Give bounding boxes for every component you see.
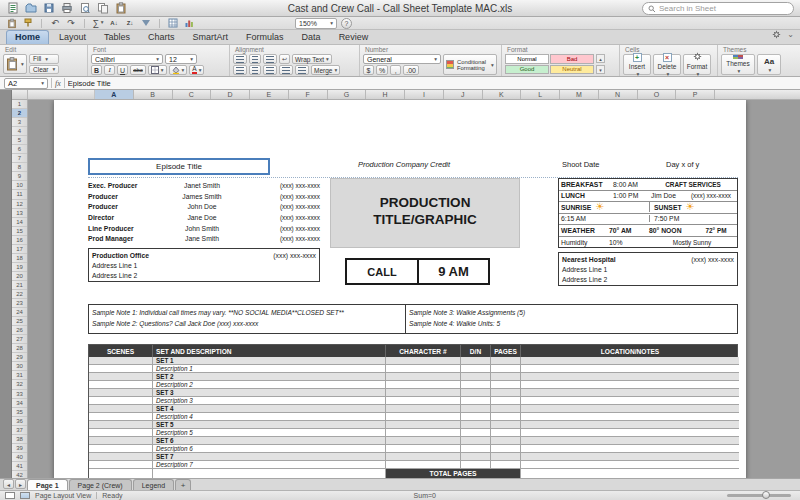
column-header-f[interactable]: F: [289, 90, 328, 99]
row-header-3[interactable]: 3: [12, 118, 27, 127]
empty-cell[interactable]: [89, 461, 153, 469]
desc-cell[interactable]: Description 3: [153, 397, 386, 405]
empty-cell[interactable]: [491, 357, 521, 365]
underline-button[interactable]: U: [117, 65, 128, 75]
row-header-40[interactable]: 40: [12, 453, 27, 462]
set-cell[interactable]: SET 6: [153, 437, 386, 445]
row-header-30[interactable]: 30: [12, 362, 27, 371]
ribbon-tab-tables[interactable]: Tables: [96, 31, 138, 44]
row-header-4[interactable]: 4: [12, 127, 27, 136]
set-cell[interactable]: SET 1: [153, 357, 386, 365]
empty-cell[interactable]: [491, 397, 521, 405]
day-x-of-y-cell[interactable]: Day x of y: [666, 160, 699, 169]
set-cell[interactable]: SET 4: [153, 405, 386, 413]
empty-cell[interactable]: [461, 373, 491, 381]
empty-cell[interactable]: [153, 469, 386, 478]
episode-title-cell[interactable]: Episode Title: [88, 158, 270, 175]
empty-cell[interactable]: [491, 381, 521, 389]
empty-cell[interactable]: [461, 429, 491, 437]
empty-cell[interactable]: [461, 405, 491, 413]
row-header-36[interactable]: 36: [12, 417, 27, 426]
strikethrough-button[interactable]: abc: [130, 65, 146, 75]
column-header-k[interactable]: K: [483, 90, 522, 99]
row-header-18[interactable]: 18: [12, 254, 27, 263]
empty-cell[interactable]: [89, 421, 153, 429]
desc-cell[interactable]: Description 1: [153, 365, 386, 373]
row-header-33[interactable]: 33: [12, 390, 27, 399]
search-box[interactable]: Search in Sheet: [642, 2, 794, 15]
print-preview-icon[interactable]: [78, 2, 91, 15]
clear-button[interactable]: Clear: [29, 65, 59, 75]
ribbon-tab-home[interactable]: Home: [6, 30, 49, 44]
empty-cell[interactable]: [491, 445, 521, 453]
empty-cell[interactable]: [521, 381, 739, 389]
row-header-41[interactable]: 41: [12, 462, 27, 471]
empty-cell[interactable]: [89, 429, 153, 437]
percent-format-button[interactable]: %: [376, 65, 388, 75]
empty-cell[interactable]: [386, 421, 461, 429]
empty-cell[interactable]: [89, 373, 153, 381]
shoot-date-cell[interactable]: Shoot Date: [562, 160, 600, 169]
empty-cell[interactable]: [386, 357, 461, 365]
column-header-m[interactable]: M: [560, 90, 599, 99]
align-right-icon[interactable]: [263, 65, 277, 75]
cell-style-good[interactable]: Good: [505, 65, 549, 75]
notes-box[interactable]: Sample Note 1: Individual call times may…: [88, 304, 738, 334]
desc-cell[interactable]: Description 6: [153, 445, 386, 453]
decrease-indent-icon[interactable]: [279, 65, 293, 75]
empty-cell[interactable]: [461, 389, 491, 397]
name-box[interactable]: A2: [4, 78, 48, 89]
desc-cell[interactable]: Description 7: [153, 461, 386, 469]
row-header-9[interactable]: 9: [12, 172, 27, 181]
sheet-tab-page-1[interactable]: Page 1: [27, 479, 68, 490]
empty-cell[interactable]: [461, 365, 491, 373]
delete-cells-button[interactable]: × Delete: [653, 54, 681, 75]
empty-cell[interactable]: [521, 405, 739, 413]
empty-cell[interactable]: [491, 421, 521, 429]
hospital-box[interactable]: Nearest Hospital(xxx) xxx-xxxx Address L…: [558, 252, 738, 286]
row-header-32[interactable]: 32: [12, 380, 27, 389]
empty-cell[interactable]: [89, 389, 153, 397]
set-cell[interactable]: SET 5: [153, 421, 386, 429]
row-header-20[interactable]: 20: [12, 272, 27, 281]
column-header-a[interactable]: A: [95, 90, 134, 99]
row-header-17[interactable]: 17: [12, 245, 27, 254]
call-time-box[interactable]: CALL 9 AM: [345, 258, 490, 285]
font-family-select[interactable]: Calibri: [91, 54, 163, 64]
empty-cell[interactable]: [491, 405, 521, 413]
row-header-1[interactable]: 1: [12, 100, 27, 109]
tab-scroll-right-icon[interactable]: ▸: [15, 479, 26, 489]
empty-cell[interactable]: [521, 429, 739, 437]
empty-cell[interactable]: [386, 373, 461, 381]
tab-scroll-left-icon[interactable]: ◂: [3, 479, 14, 489]
undo-icon[interactable]: ↶: [49, 18, 61, 29]
ribbon-collapse-icon[interactable]: ⌄: [787, 30, 794, 39]
row-header-38[interactable]: 38: [12, 435, 27, 444]
empty-cell[interactable]: [461, 413, 491, 421]
scenes-table[interactable]: SCENES SET AND DESCRIPTION CHARACTER # D…: [88, 344, 738, 478]
empty-cell[interactable]: [491, 389, 521, 397]
empty-cell[interactable]: [386, 389, 461, 397]
empty-cell[interactable]: [521, 469, 739, 478]
row-header-19[interactable]: 19: [12, 263, 27, 272]
row-header-6[interactable]: 6: [12, 145, 27, 154]
production-office-box[interactable]: Production Office(xxx) xxx-xxxx Address …: [88, 248, 320, 282]
row-header-5[interactable]: 5: [12, 136, 27, 145]
sort-descending-icon[interactable]: Z↓: [124, 18, 136, 29]
italic-button[interactable]: I: [104, 65, 115, 75]
row-header-25[interactable]: 25: [12, 317, 27, 326]
production-title-graphic[interactable]: PRODUCTION TITLE/GRAPHIC: [330, 178, 520, 248]
empty-cell[interactable]: [386, 381, 461, 389]
font-size-select[interactable]: 12: [165, 54, 197, 64]
empty-cell[interactable]: [386, 453, 461, 461]
empty-cell[interactable]: [386, 413, 461, 421]
row-header-21[interactable]: 21: [12, 281, 27, 290]
desc-cell[interactable]: Description 5: [153, 429, 386, 437]
empty-cell[interactable]: [386, 397, 461, 405]
row-header-11[interactable]: 11: [12, 190, 27, 199]
empty-cell[interactable]: [461, 461, 491, 469]
borders-button[interactable]: [148, 65, 167, 75]
empty-cell[interactable]: [461, 381, 491, 389]
empty-cell[interactable]: [386, 429, 461, 437]
empty-cell[interactable]: [89, 453, 153, 461]
